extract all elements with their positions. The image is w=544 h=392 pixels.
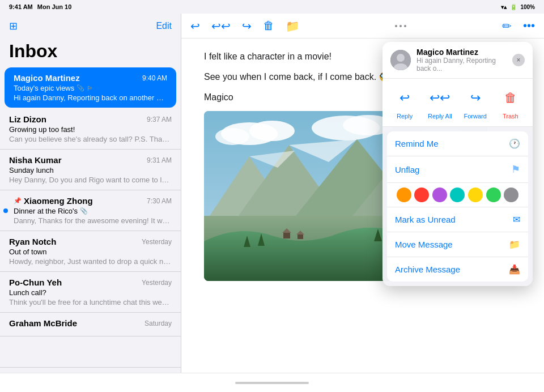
email-preview: Howdy, neighbor, Just wanted to drop a q… [9, 257, 172, 266]
unflag-label: Unflag [395, 165, 419, 174]
status-day: Mon Jun 10 [37, 3, 72, 10]
archive-message-button[interactable]: Archive Message 📥 [387, 257, 528, 282]
email-preview: Hi again Danny, Reporting back on anothe… [14, 93, 167, 102]
remind-me-button[interactable]: Remind Me 🕐 [387, 131, 528, 156]
action-card-preview: Hi again Danny, Reporting back o... [416, 57, 507, 73]
trash-button[interactable]: 🗑 Trash [495, 86, 526, 120]
reply-all-label: Reply All [428, 113, 452, 120]
reply-icon[interactable]: ↩ [190, 19, 200, 33]
left-panel: ⊞ Edit Inbox Magico Martinez 9:40 AM Tod… [0, 14, 181, 392]
quick-actions-bar: ↩ Reply ↩↩ Reply All ↪ Forward 🗑 Trash [382, 79, 533, 127]
email-subject: Out of town [9, 248, 172, 256]
color-dot-orange[interactable] [397, 188, 411, 202]
email-preview: Danny, Thanks for the awesome evening! I… [9, 216, 172, 225]
email-time: 9:37 AM [147, 116, 172, 123]
battery-icon: 🔋 [510, 4, 517, 10]
status-bar: 9:41 AM Mon Jun 10 ▾▴ 🔋 100% [0, 0, 544, 14]
color-dot-red[interactable] [414, 188, 429, 202]
reply-all-icon: ↩↩ [427, 86, 452, 110]
sender-name: Ryan Notch [9, 237, 56, 246]
email-preview: Hey Danny, Do you and Rigo want to come … [9, 176, 172, 184]
attachment-icon: 📎 [76, 84, 84, 92]
action-card-header-text: Magico Martinez Hi again Danny, Reportin… [416, 48, 507, 73]
forward-icon[interactable]: ↪ [242, 19, 252, 33]
color-dot-teal[interactable] [450, 188, 465, 202]
more-icon[interactable]: ••• [523, 19, 535, 32]
email-item[interactable]: 📌 Xiaomeng Zhong 7:30 AM Dinner at the R… [0, 190, 181, 231]
action-card: Magico Martinez Hi again Danny, Reportin… [382, 42, 533, 286]
email-item[interactable]: Ryan Notch Yesterday Out of town Howdy, … [0, 231, 181, 272]
folder-icon[interactable]: 📁 [286, 19, 300, 33]
email-item[interactable]: Liz Dizon 9:37 AM Growing up too fast! C… [0, 109, 181, 150]
home-indicator [235, 382, 309, 384]
compose-icon[interactable]: ✏ [502, 19, 512, 33]
flag-icon: 🏳 [87, 85, 93, 92]
color-dot-purple[interactable] [432, 188, 447, 202]
email-item[interactable]: Graham McBride Saturday [0, 313, 181, 336]
bottom-bar [0, 373, 544, 392]
email-subject: Growing up too fast! [9, 125, 172, 134]
right-toolbar: ↩ ↩↩ ↪ 🗑 📁 ✏ ••• [181, 14, 544, 39]
right-panel: ↩ ↩↩ ↪ 🗑 📁 ✏ ••• I felt like a character… [181, 14, 544, 392]
battery-percent: 100% [520, 4, 535, 10]
app-container: ⊞ Edit Inbox Magico Martinez 9:40 AM Tod… [0, 14, 544, 392]
forward-label: Forward [464, 113, 486, 120]
email-time: 9:40 AM [142, 74, 167, 82]
sender-name: 📌 Xiaomeng Zhong [14, 196, 93, 206]
mark-unread-button[interactable]: Mark as Unread ✉ [387, 207, 528, 232]
svg-rect-14 [283, 233, 290, 238]
email-time: Yesterday [142, 279, 172, 287]
edit-button[interactable]: Edit [156, 21, 172, 31]
svg-point-3 [215, 128, 249, 145]
email-subject: Today's epic views 📎 🏳 [14, 84, 167, 92]
email-time: Saturday [144, 319, 172, 327]
left-toolbar: ⊞ Edit [0, 14, 181, 39]
sender-name: Magico Martinez [14, 73, 80, 83]
svg-point-24 [397, 54, 405, 62]
email-preview: Think you'll be free for a lunchtime cha… [9, 298, 172, 306]
reply-button[interactable]: ↩ Reply [389, 86, 420, 120]
color-dots-row [387, 183, 528, 207]
color-dot-yellow[interactable] [468, 188, 483, 202]
unflag-button[interactable]: Unflag ⚑ [387, 156, 528, 183]
toolbar-left-icons: ↩ ↩↩ ↪ 🗑 📁 [190, 19, 300, 33]
email-list: Magico Martinez 9:40 AM Today's epic vie… [0, 66, 181, 367]
attachment-icon: 📎 [80, 207, 88, 215]
email-subject: Sunday lunch [9, 166, 172, 174]
status-bar-left: 9:41 AM Mon Jun 10 [9, 3, 71, 10]
move-message-button[interactable]: Move Message 📁 [387, 232, 528, 257]
pin-icon: 📌 [14, 197, 22, 204]
unread-indicator [3, 208, 8, 213]
archive-icon: 📥 [509, 264, 520, 275]
reply-all-icon[interactable]: ↩↩ [211, 19, 231, 33]
sender-name: Graham McBride [9, 318, 77, 328]
color-dot-green[interactable] [486, 188, 501, 202]
sidebar-toggle-icon[interactable]: ⊞ [9, 20, 18, 32]
action-card-sender: Magico Martinez [416, 48, 507, 57]
email-preview: Can you believe she's already so tall? P… [9, 135, 172, 143]
svg-point-2 [249, 121, 295, 141]
email-subject: Dinner at the Rico's 📎 [9, 207, 172, 215]
toolbar-right-icons: ✏ ••• [502, 19, 535, 33]
avatar [390, 50, 411, 70]
forward-button[interactable]: ↪ Forward [460, 86, 491, 120]
sender-name: Nisha Kumar [9, 155, 62, 165]
trash-icon[interactable]: 🗑 [263, 19, 274, 32]
status-time: 9:41 AM [9, 3, 33, 10]
forward-icon: ↪ [463, 86, 488, 110]
remind-me-label: Remind Me [395, 139, 439, 148]
close-button[interactable]: × [512, 54, 525, 66]
email-subject: Lunch call? [9, 288, 172, 297]
email-item[interactable]: Po-Chun Yeh Yesterday Lunch call? Think … [0, 272, 181, 313]
email-item[interactable]: Nisha Kumar 9:31 AM Sunday lunch Hey Dan… [0, 150, 181, 190]
trash-icon: 🗑 [498, 86, 523, 110]
envelope-icon: ✉ [513, 214, 520, 225]
toolbar-center-dots [395, 25, 406, 27]
folder-icon: 📁 [509, 239, 520, 250]
action-card-header: Magico Martinez Hi again Danny, Reportin… [382, 42, 533, 79]
sender-name: Liz Dizon [9, 114, 46, 124]
reply-all-button[interactable]: ↩↩ Reply All [424, 86, 456, 120]
color-dot-gray[interactable] [504, 188, 518, 202]
email-item[interactable]: Magico Martinez 9:40 AM Today's epic vie… [5, 67, 176, 108]
status-bar-right: ▾▴ 🔋 100% [501, 4, 535, 10]
